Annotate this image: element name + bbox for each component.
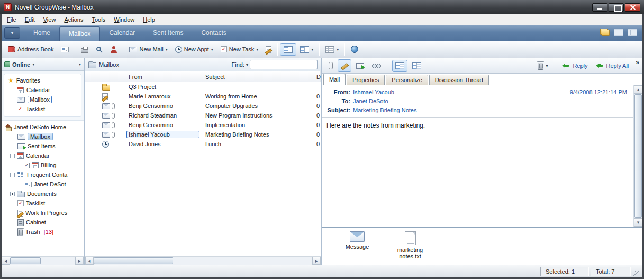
account-mode-label[interactable]: Online [12,61,30,68]
favorite-item-tasklist[interactable]: ✓ Tasklist [4,104,81,114]
pane-toggle-alt-button[interactable] [409,60,424,72]
tree-item-frequent-contacts[interactable]: Frequent Conta [2,170,84,179]
display-settings-button[interactable]: ▾ [322,43,342,56]
panel-view-icon[interactable] [614,29,623,36]
new-mail-button[interactable]: New Mail ▾ [125,43,171,55]
search-button[interactable] [92,43,106,56]
list-row-benji-gensomino-1[interactable]: Benji Gensomino Computer Upgrades 0 [85,101,321,111]
new-appt-button[interactable]: New Appt ▾ [171,43,217,56]
maximize-button[interactable] [609,3,624,12]
contact-button[interactable] [106,43,121,56]
menu-edit[interactable]: Edit [21,15,39,24]
tree-item-calendar[interactable]: Calendar [2,151,84,160]
tab-mail[interactable]: Mail [323,74,346,85]
menu-file[interactable]: File [3,15,21,24]
chevron-down-icon[interactable]: ▾ [246,62,248,67]
attachment-marketing-notes[interactable]: marketing notes.txt [390,231,430,259]
tree-root-home[interactable]: Janet DeSoto Home [2,122,84,132]
reply-button[interactable]: Reply [559,60,591,71]
tab-contacts[interactable]: Contacts [192,25,235,41]
scroll-left-button[interactable]: ◂ [85,257,94,265]
column-icon-gutter[interactable] [85,71,126,82]
tab-mailbox[interactable]: Mailbox [59,26,100,41]
column-from[interactable]: From [126,71,203,82]
tree-item-documents[interactable]: Documents [2,189,84,199]
column-date[interactable]: D [314,71,321,82]
collapse-expander-icon[interactable] [10,154,15,158]
delete-button[interactable]: ▾ [534,59,551,73]
tab-properties[interactable]: Properties [347,75,385,85]
expand-expander-icon[interactable] [10,192,15,196]
scroll-right-button[interactable]: ▸ [75,257,84,265]
scroll-down-button[interactable]: ▾ [634,218,642,227]
tab-sent-items[interactable]: Sent Items [144,25,192,41]
pane-toggle-button[interactable] [392,60,407,72]
list-row-david-jones[interactable]: David Jones Lunch 0 [85,139,321,149]
billing-checkbox[interactable]: ✓ [24,163,30,168]
scroll-track[interactable] [41,257,75,265]
panel-options-chevron-icon[interactable]: ▾ [79,62,81,67]
list-row-benji-gensomino-2[interactable]: Benji Gensomino Implementation 0 [85,120,321,130]
scroll-thumb[interactable] [634,94,642,218]
menu-view[interactable]: View [39,15,60,24]
address-book-button[interactable]: Address Book [4,43,57,55]
tree-item-janet-desoto[interactable]: Janet DeSot [2,179,84,189]
toolbar-overflow-chevron[interactable]: » [636,59,639,66]
tree-item-sent-items[interactable]: Sent Items [2,141,84,151]
scroll-right-button[interactable]: ▸ [312,257,321,265]
menu-tools[interactable]: Tools [87,15,110,24]
print-button[interactable] [77,43,92,56]
menu-help[interactable]: Help [139,15,159,24]
tree-item-trash[interactable]: Trash [13] [2,227,84,237]
column-subject[interactable]: Subject [203,71,314,82]
read-view-button[interactable] [369,61,384,71]
new-note-button[interactable] [262,43,275,56]
tab-calendar[interactable]: Calendar [100,25,144,41]
chevron-down-icon[interactable]: ▾ [32,62,34,67]
tree-item-billing[interactable]: ✓ Billing [2,160,84,170]
attachment-button[interactable] [325,59,336,72]
stacked-folders-icon[interactable] [600,29,610,36]
posted-note-icon [102,93,108,100]
nav-dropdown-button[interactable]: ▾ [4,27,20,39]
new-task-button[interactable]: ✓ New Task ▾ [217,43,262,55]
list-row-marie-lamaroux[interactable]: Marie Lamaroux Working from Home 0 [85,92,321,101]
edit-pen-button[interactable] [338,59,351,72]
menu-window[interactable]: Window [110,15,139,24]
list-row-richard-steadman[interactable]: Richard Steadman New Program Instruction… [85,111,321,120]
tab-home[interactable]: Home [24,25,59,41]
message-body[interactable]: Here are the notes from marketing. [322,118,633,227]
tab-discussion-thread[interactable]: Discussion Thread [429,75,489,85]
list-row-ishmael-yacoub[interactable]: Ishmael Yacoub Marketing Briefing Notes … [85,130,321,139]
menu-actions[interactable]: Actions [60,15,87,24]
scroll-track[interactable] [173,257,312,265]
find-input[interactable] [250,60,318,69]
tree-item-tasklist[interactable]: ✓ Tasklist [2,199,84,208]
attachment-message[interactable]: Message [337,231,377,250]
help-button[interactable] [347,43,362,56]
list-row-q3-project[interactable]: Q3 Project [85,82,321,92]
forward-button[interactable] [353,60,367,71]
favorite-item-calendar[interactable]: Calendar [4,85,81,95]
pane-layout-button[interactable]: ▾ [296,43,317,56]
novell-app-icon[interactable] [4,3,12,11]
favorite-item-mailbox[interactable]: Mailbox [4,95,81,104]
address-card-button[interactable] [57,44,72,55]
scroll-thumb[interactable] [94,257,173,264]
resize-grip[interactable] [633,271,640,277]
reading-pane-button[interactable] [280,43,296,56]
collapse-expander-icon[interactable] [10,173,15,177]
tree-item-cabinet[interactable]: Cabinet [2,218,84,227]
scroll-up-button[interactable]: ▴ [634,85,642,94]
tree-item-work-in-progress[interactable]: Work In Progres [2,208,84,218]
person-icon [110,46,117,53]
scroll-thumb[interactable] [10,257,41,264]
tab-personalize[interactable]: Personalize [386,75,428,85]
close-button[interactable] [625,3,640,12]
grid-view-icon[interactable] [628,29,637,36]
reply-all-button[interactable]: Reply All [593,60,632,71]
subject-value: Marketing Briefing Notes [353,106,416,115]
scroll-left-button[interactable]: ◂ [2,257,10,265]
tree-item-mailbox[interactable]: Mailbox [2,132,84,141]
minimize-button[interactable] [592,3,607,12]
